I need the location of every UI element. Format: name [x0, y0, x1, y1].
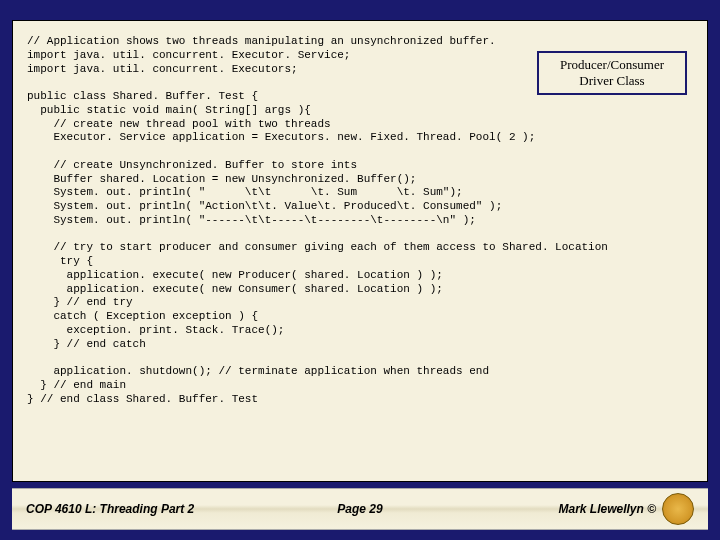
footer-right-wrap: Mark Llewellyn © — [471, 493, 694, 525]
callout-line-2: Driver Class — [545, 73, 679, 89]
callout-box: Producer/Consumer Driver Class — [537, 51, 687, 95]
footer-bar: COP 4610 L: Threading Part 2 Page 29 Mar… — [12, 488, 708, 530]
footer-right: Mark Llewellyn © — [558, 502, 656, 516]
ucf-logo-icon — [662, 493, 694, 525]
callout-line-1: Producer/Consumer — [545, 57, 679, 73]
slide: // Application shows two threads manipul… — [0, 0, 720, 540]
footer-left: COP 4610 L: Threading Part 2 — [26, 502, 249, 516]
footer-center: Page 29 — [249, 502, 472, 516]
content-panel: // Application shows two threads manipul… — [12, 20, 708, 482]
